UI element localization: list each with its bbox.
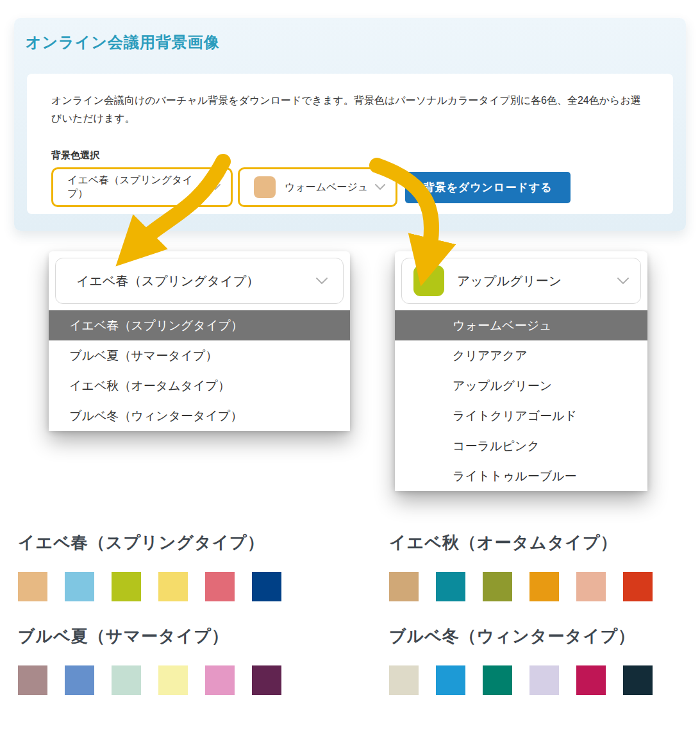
palette-swatches (18, 572, 351, 601)
color-swatch (18, 665, 47, 695)
color-dropdown-selected-value: アップルグリーン (457, 272, 562, 290)
color-swatch (483, 572, 512, 601)
palette-swatches (389, 665, 700, 695)
palette-title: イエベ春（スプリングタイプ） (18, 531, 351, 554)
dropdown-option[interactable]: ライトクリアゴールド (395, 401, 647, 431)
color-swatch (483, 665, 512, 695)
color-swatch (389, 665, 419, 695)
dropdown-option[interactable]: ブルベ冬（ウィンタータイプ） (49, 401, 350, 431)
chevron-down-icon (316, 278, 328, 285)
color-swatch (623, 665, 653, 695)
color-swatch (436, 665, 465, 695)
color-swatch (158, 572, 188, 601)
color-swatch (18, 572, 47, 601)
type-dropdown-panel: イエベ春（スプリングタイプ） イエベ春（スプリングタイプ）ブルベ夏（サマータイプ… (49, 251, 350, 430)
palette-section-spring: イエベ春（スプリングタイプ） (18, 531, 351, 601)
palette-swatches (18, 665, 351, 695)
color-swatch (65, 572, 94, 601)
color-swatch (65, 665, 94, 695)
palette-title: イエベ秋（オータムタイプ） (389, 531, 700, 554)
chevron-down-icon (210, 184, 221, 190)
chevron-down-icon (375, 184, 385, 190)
header-card: オンライン会議用背景画像 オンライン会議向けのバーチャル背景をダウンロードできま… (14, 18, 686, 231)
palette-title: ブルベ夏（サマータイプ） (18, 624, 351, 648)
palette-swatches (389, 572, 700, 601)
palette-section-winter: ブルベ冬（ウィンタータイプ） (389, 624, 700, 695)
color-dropdown-panel: アップルグリーン ウォームベージュクリアアクアアップルグリーンライトクリアゴール… (395, 251, 647, 490)
background-color-select-label: 背景色選択 (51, 149, 99, 162)
color-options: ウォームベージュクリアアクアアップルグリーンライトクリアゴールドコーラルピンクラ… (395, 310, 647, 491)
dropdown-option[interactable]: ブルベ夏（サマータイプ） (49, 340, 350, 371)
color-swatch (576, 665, 606, 695)
color-swatch (529, 572, 559, 601)
color-swatch (205, 665, 235, 695)
type-dropdown-header[interactable]: イエベ春（スプリングタイプ） (55, 258, 344, 304)
palette-section-autumn: イエベ秋（オータムタイプ） (389, 531, 700, 601)
dropdown-option[interactable]: アップルグリーン (395, 371, 647, 401)
color-swatch (389, 572, 419, 601)
dropdown-option[interactable]: イエベ秋（オータムタイプ） (49, 371, 350, 401)
page-title: オンライン会議用背景画像 (26, 32, 220, 53)
color-swatch (205, 572, 235, 601)
color-dropdown-header[interactable]: アップルグリーン (401, 258, 641, 304)
download-background-button[interactable]: 背景をダウンロードする (405, 172, 571, 203)
dropdown-option[interactable]: コーラルピンク (395, 431, 647, 461)
color-select-value: ウォームベージュ (285, 181, 368, 194)
color-swatch (112, 572, 141, 601)
color-swatch (529, 665, 559, 695)
type-select[interactable]: イエベ春（スプリングタイプ） (51, 167, 233, 207)
dropdown-option[interactable]: ライトトゥルーブルー (395, 461, 647, 491)
color-swatch (252, 665, 281, 695)
type-dropdown-selected-value: イエベ春（スプリングタイプ） (76, 272, 259, 290)
palette-title: ブルベ冬（ウィンタータイプ） (389, 624, 700, 648)
color-swatch (158, 665, 188, 695)
description-text: オンライン会議向けのバーチャル背景をダウンロードできます。背景色はパーソナルカラ… (51, 92, 651, 128)
download-form-card: オンライン会議向けのバーチャル背景をダウンロードできます。背景色はパーソナルカラ… (27, 74, 673, 214)
controls-row: イエベ春（スプリングタイプ） ウォームベージュ 背景をダウンロードする (51, 167, 571, 207)
color-dropdown-selected-swatch (413, 265, 444, 296)
chevron-down-icon (617, 278, 629, 285)
type-options: イエベ春（スプリングタイプ）ブルベ夏（サマータイプ）イエベ秋（オータムタイプ）ブ… (49, 310, 350, 431)
color-swatch (576, 572, 606, 601)
color-select[interactable]: ウォームベージュ (238, 167, 397, 207)
color-swatch (112, 665, 141, 695)
palette-section-summer: ブルベ夏（サマータイプ） (18, 624, 351, 695)
color-swatch (252, 572, 281, 601)
dropdown-option[interactable]: ウォームベージュ (395, 310, 647, 340)
type-select-value: イエベ春（スプリングタイプ） (67, 174, 210, 201)
selected-color-swatch (254, 176, 276, 198)
dropdown-option[interactable]: イエベ春（スプリングタイプ） (49, 310, 350, 340)
dropdown-option[interactable]: クリアアクア (395, 340, 647, 371)
color-swatch (623, 572, 653, 601)
color-swatch (436, 572, 465, 601)
